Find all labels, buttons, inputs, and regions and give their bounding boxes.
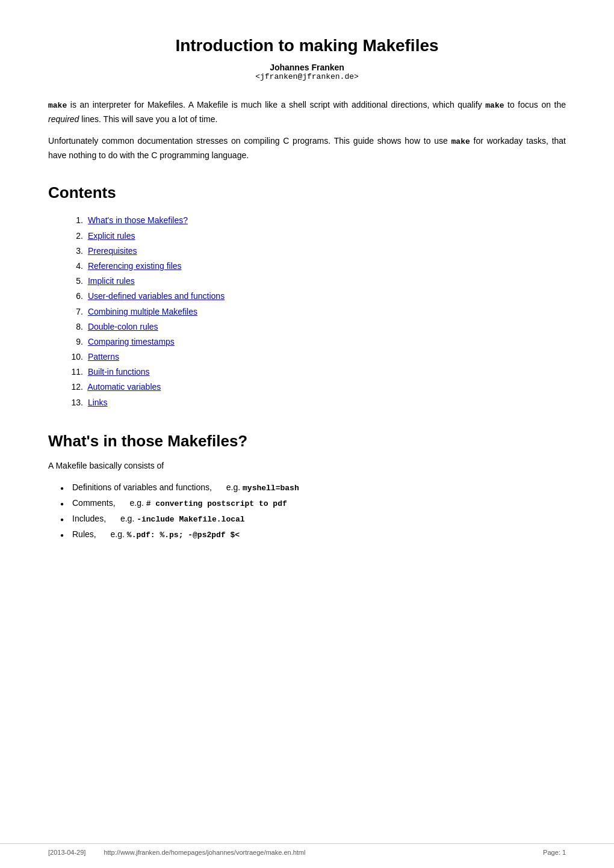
list-item-4-code: %.pdf: %.ps; -@ps2pdf $< (127, 531, 240, 540)
list-item-1-code: myshell=bash (243, 484, 299, 493)
author-email: <jfranken@jfranken.de> (48, 72, 566, 81)
author-block: Johannes Franken <jfranken@jfranken.de> (48, 63, 566, 81)
toc-item-13: 13. Links (66, 395, 566, 410)
footer-url: http://www.jfranken.de/homepages/johanne… (104, 849, 305, 856)
toc-link-2[interactable]: Explicit rules (88, 231, 135, 241)
toc-item-11: 11. Built-in functions (66, 365, 566, 380)
intro-paragraph-2: Unfortunately common documentation stres… (48, 134, 566, 162)
toc-link-13[interactable]: Links (88, 398, 108, 407)
toc-list: 1. What's in those Makefiles? 2. Explici… (66, 213, 566, 410)
list-item-4-text: Rules, (72, 529, 96, 539)
toc-link-4[interactable]: Referencing existing files (88, 261, 182, 271)
list-item-1: Definitions of variables and functions, … (60, 481, 566, 495)
toc-item-5: 5. Implicit rules (66, 274, 566, 289)
section1-list: Definitions of variables and functions, … (60, 481, 566, 542)
author-name: Johannes Franken (48, 63, 566, 72)
contents-heading: Contents (48, 183, 566, 202)
list-item-4-prefix: e.g. %.pdf: %.ps; -@ps2pdf $< (111, 529, 240, 539)
make-code-3: make (451, 137, 470, 146)
toc-item-3: 3. Prerequisites (66, 244, 566, 259)
list-item-1-text: Definitions of variables and functions, (72, 482, 212, 492)
list-item-3: Includes, e.g. -include Makefile.local (60, 512, 566, 526)
toc-link-8[interactable]: Double-colon rules (88, 322, 158, 331)
make-code-2: make (485, 101, 504, 110)
toc-link-6[interactable]: User-defined variables and functions (88, 291, 225, 301)
intro-text-2: to focus on the (507, 100, 566, 109)
footer-page: Page: 1 (543, 849, 566, 856)
toc-item-8: 8. Double-colon rules (66, 319, 566, 334)
footer-left: [2013-04-29] http://www.jfranken.de/home… (48, 849, 305, 856)
toc-link-10[interactable]: Patterns (88, 352, 119, 362)
list-item-3-prefix: e.g. -include Makefile.local (120, 514, 245, 523)
make-code-1: make (48, 101, 67, 110)
toc-item-4: 4. Referencing existing files (66, 259, 566, 274)
list-item-1-prefix: e.g. myshell=bash (226, 482, 299, 492)
section1-intro: A Makefile basically consists of (48, 459, 566, 472)
list-item-2-prefix: e.g. # converting postscript to pdf (129, 498, 287, 508)
toc-item-1: 1. What's in those Makefiles? (66, 213, 566, 228)
list-item-3-code: -include Makefile.local (137, 515, 244, 524)
toc-link-12[interactable]: Automatic variables (87, 382, 161, 392)
intro2-text-1: Unfortunately common documentation stres… (48, 136, 451, 146)
list-item-4: Rules, e.g. %.pdf: %.ps; -@ps2pdf $< (60, 528, 566, 542)
toc-item-7: 7. Combining multiple Makefiles (66, 304, 566, 319)
toc-link-1[interactable]: What's in those Makefiles? (88, 215, 188, 225)
toc-item-6: 6. User-defined variables and functions (66, 289, 566, 304)
toc-item-10: 10. Patterns (66, 349, 566, 365)
list-item-3-text: Includes, (72, 514, 106, 523)
required-text: required (48, 114, 79, 124)
intro-text-1: is an interpreter for Makefiles. A Makef… (70, 100, 485, 109)
list-item-2-text: Comments, (72, 498, 116, 508)
list-item-2: Comments, e.g. # converting postscript t… (60, 496, 566, 511)
toc-link-7[interactable]: Combining multiple Makefiles (88, 307, 197, 316)
list-item-2-code: # converting postscript to pdf (146, 499, 287, 508)
footer-date: [2013-04-29] (48, 849, 85, 856)
section1-heading: What's in those Makefiles? (48, 432, 566, 451)
page-footer: [2013-04-29] http://www.jfranken.de/home… (0, 843, 614, 856)
toc-item-12: 12. Automatic variables (66, 380, 566, 395)
toc-link-11[interactable]: Built-in functions (88, 367, 150, 377)
page-title: Introduction to making Makefiles (48, 36, 566, 55)
intro-text-3: lines. This will save you a lot of time. (81, 114, 217, 124)
toc-item-2: 2. Explicit rules (66, 229, 566, 244)
toc-item-9: 9. Comparing timestamps (66, 334, 566, 349)
toc-link-9[interactable]: Comparing timestamps (88, 337, 175, 346)
toc-link-5[interactable]: Implicit rules (88, 276, 135, 286)
toc-link-3[interactable]: Prerequisites (88, 246, 137, 256)
intro-paragraph-1: make is an interpreter for Makefiles. A … (48, 98, 566, 126)
